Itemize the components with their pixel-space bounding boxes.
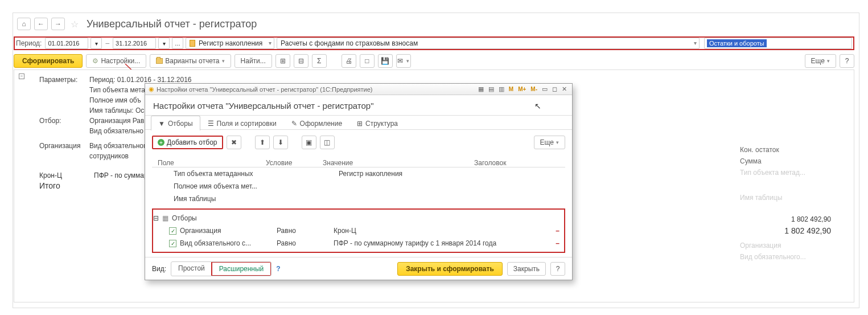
- cursor-icon: ↖: [534, 101, 541, 111]
- filter-row[interactable]: Имя таблицы: [152, 193, 565, 205]
- filters-group-highlight: ⊟▦Отборы ✓ Организация Равно Крон-Ц – ✓ …: [152, 208, 565, 253]
- dialog-help-icon[interactable]: ?: [550, 262, 565, 276]
- preview-icon[interactable]: □: [360, 54, 375, 68]
- view-simple-button[interactable]: Простой: [171, 262, 212, 276]
- sys-calc-icon[interactable]: ▤: [487, 85, 496, 93]
- col-condition: Условие: [266, 159, 323, 167]
- tab-fields[interactable]: ☰Поля и сортировки: [200, 116, 284, 130]
- checkbox-icon[interactable]: ✓: [169, 227, 176, 235]
- tab-filters[interactable]: ▼Отборы: [151, 116, 200, 130]
- home-icon[interactable]: ⌂: [17, 18, 31, 30]
- find-button[interactable]: Найти...: [235, 54, 272, 68]
- pencil-icon: ✎: [291, 120, 297, 128]
- remove-filter-icon[interactable]: –: [556, 239, 560, 247]
- tree-icon: ⊞: [357, 120, 363, 128]
- period-row: Период: 01.01.2016 ▾ – 31.12.2016 ▾ … Ре…: [14, 36, 854, 50]
- col-title: Заголовок: [474, 159, 565, 167]
- maximize-icon[interactable]: ◻: [550, 85, 559, 93]
- run-report-button[interactable]: Сформировать: [14, 54, 83, 68]
- settings-button[interactable]: ⚙Настройки...: [86, 54, 146, 68]
- help-question-icon[interactable]: ?: [276, 265, 280, 273]
- sys-grid-icon[interactable]: ▦: [476, 85, 486, 93]
- close-button[interactable]: Закрыть: [507, 262, 546, 276]
- period-label: Период:: [16, 39, 42, 47]
- add-filter-button[interactable]: + Добавить отбор: [152, 136, 223, 149]
- print-icon[interactable]: 🖨: [342, 54, 356, 68]
- expand-icon[interactable]: ⊞: [275, 54, 290, 68]
- more-button[interactable]: Еще▾: [805, 54, 836, 68]
- collapse-toggle-icon[interactable]: −: [19, 73, 24, 79]
- date-from-dropdown-icon[interactable]: ▾: [90, 38, 102, 49]
- mode-select[interactable]: Остатки и обороты: [704, 38, 852, 49]
- group-icon[interactable]: ▣: [302, 136, 316, 149]
- page-title: Универсальный отчет - регистратор: [87, 18, 257, 30]
- select-icon[interactable]: ◫: [320, 136, 335, 149]
- object-select[interactable]: Расчеты с фондами по страховым взносам▾: [277, 38, 700, 49]
- help-icon[interactable]: ?: [840, 54, 854, 68]
- period-ellipsis-button[interactable]: …: [172, 38, 183, 49]
- view-label: Вид:: [152, 265, 166, 273]
- delete-filter-button[interactable]: ✖: [227, 136, 241, 149]
- variants-button[interactable]: Варианты отчета▾: [150, 54, 231, 68]
- sys-mminus-button[interactable]: M-: [529, 86, 539, 92]
- close-icon[interactable]: ✕: [560, 85, 569, 93]
- back-icon[interactable]: ←: [34, 18, 48, 30]
- date-to-input[interactable]: 31.12.2016: [113, 38, 156, 49]
- filters-more-button[interactable]: Еще▾: [534, 136, 565, 149]
- settings-dialog: ◉ Настройки отчета "Универсальный отчет …: [145, 83, 573, 280]
- tab-format[interactable]: ✎Оформление: [284, 116, 349, 130]
- sys-mplus-button[interactable]: M+: [516, 86, 528, 92]
- date-from-input[interactable]: 01.01.2016: [45, 38, 88, 49]
- email-icon[interactable]: ✉▾: [396, 54, 411, 68]
- filter-group-row[interactable]: ⊟▦Отборы: [153, 212, 564, 224]
- folder-icon: [156, 58, 163, 64]
- save-icon[interactable]: 💾: [378, 54, 393, 68]
- remove-filter-icon[interactable]: –: [556, 227, 560, 235]
- register-icon: [190, 40, 195, 47]
- favorite-star-icon[interactable]: ☆: [71, 19, 79, 30]
- list-icon: ☰: [208, 120, 214, 128]
- dialog-heading: Настройки отчета "Универсальный отчет - …: [153, 101, 374, 111]
- close-and-run-button[interactable]: Закрыть и сформировать: [397, 262, 503, 276]
- minimize-icon[interactable]: ▭: [540, 85, 549, 93]
- checkbox-icon[interactable]: ✓: [169, 240, 176, 247]
- view-advanced-button[interactable]: Расширенный: [211, 261, 272, 276]
- sum-icon[interactable]: Σ: [312, 54, 327, 68]
- sys-cal-icon[interactable]: ▥: [497, 85, 506, 93]
- funnel-icon: ▼: [158, 120, 165, 128]
- tab-structure[interactable]: ⊞Структура: [349, 116, 405, 130]
- move-up-icon[interactable]: ⬆: [255, 136, 270, 149]
- gear-icon: ⚙: [92, 57, 98, 65]
- collapse-icon[interactable]: ⊟: [294, 54, 308, 68]
- filter-row[interactable]: ✓ Организация Равно Крон-Ц –: [153, 224, 564, 237]
- metadata-type-select[interactable]: Регистр накопления▾: [186, 38, 274, 49]
- date-to-dropdown-icon[interactable]: ▾: [158, 38, 170, 49]
- dialog-window-title: Настройки отчета "Универсальный отчет - …: [157, 86, 372, 93]
- right-summary-column: Кон. остаток Сумма Тип объекта метад... …: [740, 144, 831, 263]
- sys-m-button[interactable]: M: [507, 86, 515, 92]
- move-down-icon[interactable]: ⬇: [273, 136, 288, 149]
- forward-icon[interactable]: →: [51, 18, 65, 30]
- col-field: Поле: [152, 159, 266, 167]
- filter-row[interactable]: Тип объекта метаданныхРегистр накопления: [152, 167, 565, 180]
- plus-icon: +: [158, 139, 164, 146]
- filter-row[interactable]: ✓ Вид обязательного с... Равно ПФР - по …: [153, 237, 564, 249]
- col-value: Значение: [323, 159, 474, 167]
- filter-row[interactable]: Полное имя объекта мет...: [152, 180, 565, 193]
